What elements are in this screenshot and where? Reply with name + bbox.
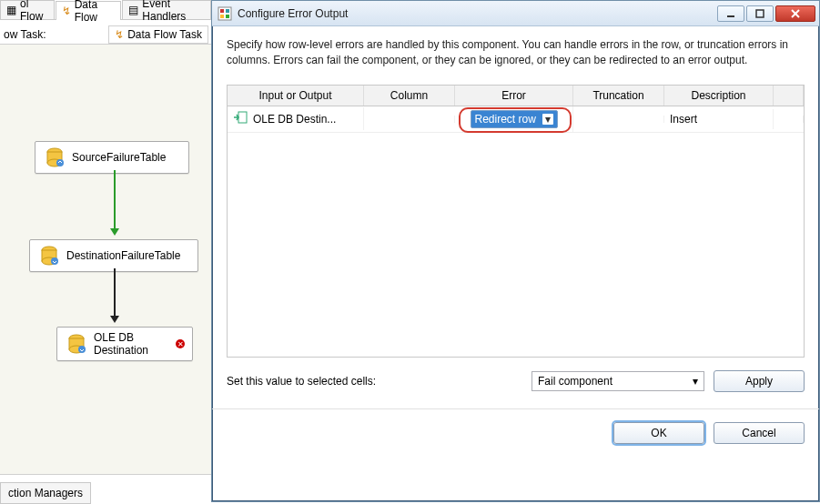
- cell-input-output[interactable]: OLE DB Destin...: [228, 107, 364, 130]
- task-name: Data Flow Task: [127, 28, 202, 41]
- cell-description: Insert: [664, 109, 774, 129]
- task-label: ow Task:: [4, 28, 108, 41]
- svg-rect-16: [226, 15, 229, 18]
- table-row[interactable]: OLE DB Destin... Redirect row ▾ Insert: [228, 106, 804, 133]
- designer-tabs: ▦ ol Flow ↯ Data Flow ▤ Event Handlers: [0, 0, 212, 20]
- input-icon: [233, 111, 248, 126]
- cell-text: OLE DB Destin...: [253, 113, 336, 126]
- dialog-title: Configure Error Output: [238, 7, 717, 20]
- error-action-combo[interactable]: Redirect row ▾: [471, 110, 558, 128]
- design-canvas[interactable]: SourceFailureTable DestinationFailureTab…: [0, 44, 212, 475]
- app-icon: [218, 6, 232, 21]
- svg-rect-21: [238, 112, 247, 123]
- close-button[interactable]: [775, 5, 815, 22]
- grid-header: Input or Output Column Error Truncation …: [228, 86, 804, 106]
- svg-rect-14: [226, 9, 229, 13]
- dialog-titlebar[interactable]: Configure Error Output: [212, 1, 819, 26]
- tab-label: Data Flow: [75, 0, 116, 24]
- chevron-down-icon: ▾: [542, 114, 553, 125]
- window-buttons: [717, 5, 815, 22]
- node-label: DestinationFailureTable: [66, 249, 180, 262]
- col-error[interactable]: Error: [455, 86, 573, 106]
- database-icon: [65, 332, 88, 356]
- node-label: SourceFailureTable: [72, 151, 166, 164]
- tab-icon: ▦: [6, 4, 16, 16]
- error-icon: ✕: [176, 339, 185, 348]
- database-icon: [37, 244, 61, 267]
- col-column[interactable]: Column: [364, 86, 455, 106]
- tab-control-flow[interactable]: ▦ ol Flow: [0, 0, 55, 19]
- svg-point-7: [51, 257, 58, 265]
- cell-spacer: [774, 116, 804, 123]
- node-oledb-destination[interactable]: OLE DB Destination ✕: [56, 327, 193, 361]
- chevron-down-icon: ▾: [693, 375, 698, 388]
- tab-icon: ▤: [128, 4, 138, 16]
- tab-label: Event Handlers: [142, 0, 205, 23]
- col-spacer: [774, 86, 804, 106]
- dataflow-icon: ↯: [115, 28, 124, 41]
- cell-error[interactable]: Redirect row ▾: [455, 106, 573, 132]
- cancel-button[interactable]: Cancel: [714, 422, 805, 444]
- combo-value: Redirect row: [475, 113, 536, 126]
- svg-point-3: [56, 159, 64, 166]
- tab-connection-managers[interactable]: ction Managers: [0, 482, 91, 504]
- tab-label: ol Flow: [20, 0, 48, 23]
- configure-error-output-dialog: Configure Error Output Specify how row-l…: [211, 0, 820, 502]
- node-label-line2: Destination: [94, 344, 148, 357]
- svg-rect-15: [220, 15, 224, 18]
- dialog-footer-buttons: OK Cancel: [212, 408, 819, 455]
- designer-surface: ▦ ol Flow ↯ Data Flow ▤ Event Handlers o…: [0, 0, 212, 504]
- task-badge[interactable]: ↯ Data Flow Task: [108, 25, 208, 44]
- minimize-button[interactable]: [717, 5, 744, 22]
- set-value-label: Set this value to selected cells:: [227, 375, 522, 388]
- tab-label: ction Managers: [8, 487, 83, 499]
- database-icon: [43, 146, 66, 169]
- node-destination[interactable]: DestinationFailureTable: [29, 239, 198, 272]
- set-value-dropdown[interactable]: Fail component ▾: [531, 371, 704, 391]
- set-value-row: Set this value to selected cells: Fail c…: [227, 370, 805, 392]
- svg-rect-18: [756, 10, 764, 17]
- maximize-button[interactable]: [746, 5, 774, 22]
- tab-event-handlers[interactable]: ▤ Event Handlers: [122, 0, 211, 19]
- svg-rect-13: [220, 9, 224, 13]
- error-grid: Input or Output Column Error Truncation …: [227, 85, 805, 358]
- col-input-output[interactable]: Input or Output: [228, 86, 364, 106]
- node-label-line1: OLE DB: [94, 331, 148, 344]
- node-source[interactable]: SourceFailureTable: [35, 141, 189, 174]
- dropdown-value: Fail component: [538, 375, 612, 388]
- dialog-description: Specify how row-level errors are handled…: [227, 37, 805, 68]
- dialog-body: Specify how row-level errors are handled…: [212, 26, 819, 399]
- tab-data-flow[interactable]: ↯ Data Flow: [56, 1, 122, 20]
- tab-icon: ↯: [62, 5, 71, 17]
- cell-column[interactable]: [364, 116, 455, 123]
- apply-button[interactable]: Apply: [714, 370, 805, 392]
- ok-button[interactable]: OK: [613, 422, 704, 444]
- svg-point-11: [78, 346, 86, 353]
- col-description[interactable]: Description: [664, 86, 774, 106]
- col-truncation[interactable]: Truncation: [573, 86, 664, 106]
- cell-truncation[interactable]: [573, 116, 664, 123]
